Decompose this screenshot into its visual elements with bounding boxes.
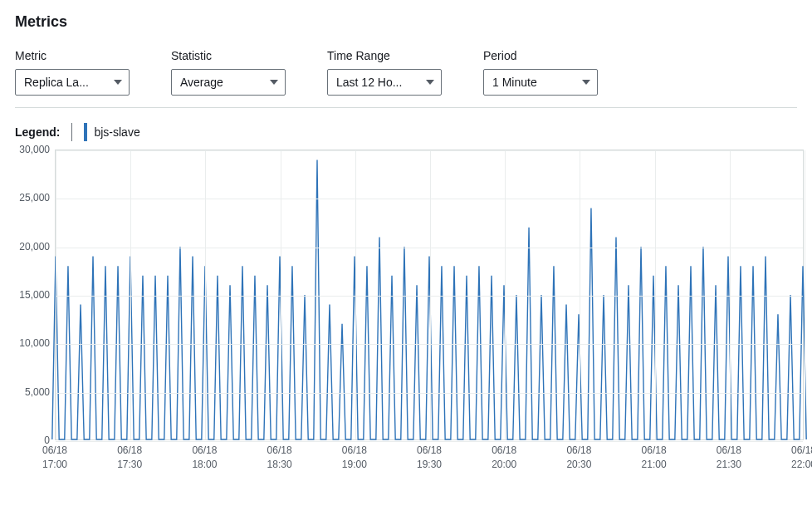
legend-separator — [71, 123, 72, 141]
legend-label: Legend: — [15, 125, 60, 139]
y-tick-label: 30,000 — [19, 144, 50, 155]
statistic-dropdown[interactable]: Average — [171, 69, 286, 96]
period-value: 1 Minute — [492, 76, 537, 89]
metric-label: Metric — [15, 49, 130, 62]
x-axis: 06/1817:0006/1817:3006/1818:0006/1818:30… — [55, 440, 804, 473]
line-series — [56, 150, 803, 439]
x-tick-label: 06/1817:00 — [42, 444, 67, 472]
legend-series-name: bjs-slave — [94, 125, 139, 139]
y-tick-label: 10,000 — [19, 337, 50, 349]
x-tick-label: 06/1821:30 — [717, 444, 741, 472]
timerange-dropdown[interactable]: Last 12 Ho... — [327, 69, 442, 96]
y-tick-label: 20,000 — [19, 241, 50, 253]
period-label: Period — [483, 49, 598, 62]
x-tick-label: 06/1818:30 — [267, 444, 292, 472]
controls-row: Metric Replica La... Statistic Average T… — [15, 49, 797, 108]
timerange-value: Last 12 Ho... — [336, 76, 402, 89]
timerange-label: Time Range — [327, 49, 442, 62]
metric-value: Replica La... — [24, 76, 89, 89]
y-tick-label: 25,000 — [19, 192, 50, 204]
caret-down-icon — [270, 80, 278, 85]
y-tick-label: 5,000 — [25, 386, 50, 398]
y-tick-label: 15,000 — [19, 289, 50, 301]
legend: Legend: bjs-slave — [15, 123, 797, 141]
x-tick-label: 06/1820:00 — [492, 444, 516, 472]
caret-down-icon — [582, 80, 590, 85]
chart: 05,00010,00015,00020,00025,00030,000 06/… — [15, 150, 797, 473]
statistic-label: Statistic — [171, 49, 286, 62]
x-tick-label: 06/1817:30 — [117, 444, 142, 472]
plot-area[interactable] — [55, 150, 804, 440]
caret-down-icon — [426, 80, 434, 85]
statistic-value: Average — [180, 76, 223, 89]
x-tick-label: 06/1820:30 — [566, 444, 591, 472]
x-tick-label: 06/1819:30 — [417, 444, 442, 472]
x-tick-label: 06/1818:00 — [192, 444, 217, 472]
y-axis: 05,00010,00015,00020,00025,00030,000 — [15, 150, 53, 473]
x-tick-label: 06/1821:00 — [642, 444, 667, 472]
legend-swatch — [84, 123, 87, 141]
metric-dropdown[interactable]: Replica La... — [15, 69, 130, 96]
caret-down-icon — [114, 80, 122, 85]
page-title: Metrics — [15, 13, 797, 31]
x-tick-label: 06/1822:00 — [791, 444, 812, 472]
period-dropdown[interactable]: 1 Minute — [483, 69, 598, 96]
x-tick-label: 06/1819:00 — [342, 444, 367, 472]
